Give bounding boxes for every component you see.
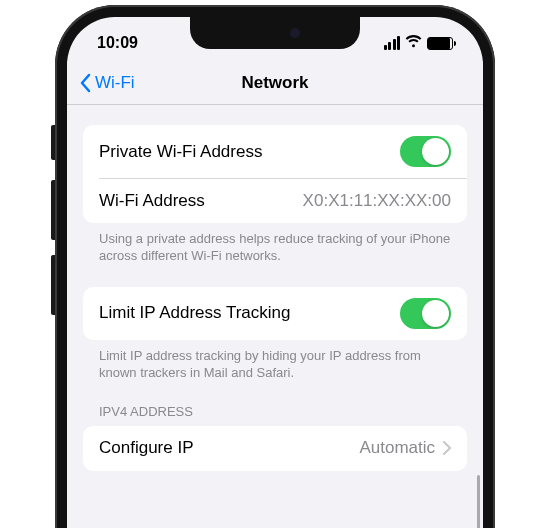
- private-wifi-toggle[interactable]: [400, 136, 451, 167]
- navigation-bar: Wi-Fi Network: [67, 61, 483, 105]
- private-wifi-label: Private Wi-Fi Address: [99, 142, 262, 162]
- configure-ip-label: Configure IP: [99, 438, 194, 458]
- cellular-signal-icon: [384, 36, 401, 50]
- wifi-address-row: Wi-Fi Address X0:X1:11:XX:XX:00: [83, 179, 467, 223]
- wifi-address-value: X0:X1:11:XX:XX:00: [303, 191, 451, 211]
- configure-ip-row[interactable]: Configure IP Automatic: [83, 426, 467, 471]
- wifi-address-label: Wi-Fi Address: [99, 191, 205, 211]
- private-wifi-footer: Using a private address helps reduce tra…: [83, 223, 467, 265]
- limit-ip-tracking-row: Limit IP Address Tracking: [83, 287, 467, 340]
- chevron-right-icon: [443, 437, 451, 460]
- battery-icon: [427, 37, 453, 50]
- configure-ip-value: Automatic: [359, 438, 435, 458]
- back-label: Wi-Fi: [95, 73, 135, 93]
- ipv4-section-header: IPV4 Address: [83, 404, 467, 426]
- back-button[interactable]: Wi-Fi: [79, 73, 135, 93]
- private-wifi-address-row: Private Wi-Fi Address: [83, 125, 467, 178]
- device-notch: [190, 17, 360, 49]
- wifi-icon: [405, 34, 422, 52]
- limit-tracking-toggle[interactable]: [400, 298, 451, 329]
- page-title: Network: [241, 73, 308, 93]
- limit-tracking-footer: Limit IP address tracking by hiding your…: [83, 340, 467, 382]
- chevron-left-icon: [79, 73, 91, 93]
- limit-tracking-label: Limit IP Address Tracking: [99, 303, 291, 323]
- scrollbar[interactable]: [477, 475, 480, 528]
